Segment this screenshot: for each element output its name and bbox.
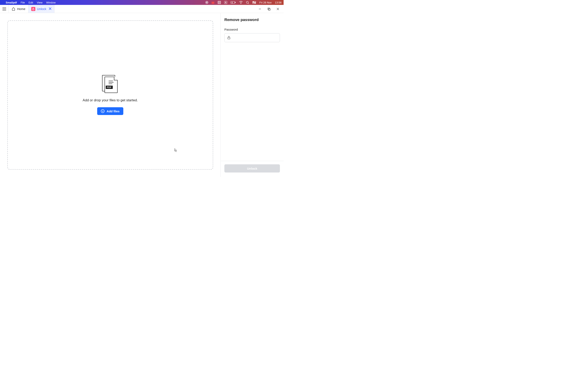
svg-rect-24 — [268, 8, 270, 10]
app-grid-icon[interactable] — [218, 1, 221, 4]
status-bars-icon[interactable]: ▮▮ — [212, 1, 214, 4]
home-icon — [11, 7, 16, 11]
add-files-label: Add files — [107, 109, 120, 113]
svg-rect-4 — [219, 2, 220, 2]
tab-unlock[interactable]: Unlock — [28, 5, 54, 13]
tab-home[interactable]: Home — [9, 5, 28, 13]
svg-point-13 — [253, 2, 254, 2]
svg-rect-19 — [33, 9, 34, 10]
tab-home-label: Home — [17, 7, 25, 11]
menu-window[interactable]: Window — [46, 1, 56, 4]
tab-unlock-label: Unlock — [37, 7, 46, 11]
main-area: PDF Add or drop your files to get starte… — [0, 13, 221, 177]
window-controls — [258, 5, 284, 13]
menu-edit[interactable]: Edit — [29, 1, 33, 4]
close-tab-icon[interactable] — [49, 7, 52, 11]
pdf-stack-icon: PDF — [102, 75, 118, 93]
add-files-button[interactable]: + Add files — [97, 107, 123, 115]
macos-menubar: Smallpdf File Edit View Window ▮▮ A Fri … — [0, 0, 284, 5]
svg-rect-8 — [235, 2, 235, 3]
svg-rect-5 — [218, 3, 219, 3]
unlock-tab-icon — [31, 7, 35, 11]
hamburger-menu-button[interactable] — [0, 5, 9, 13]
sidebar-footer: Unlock — [221, 161, 284, 177]
content: PDF Add or drop your files to get starte… — [0, 13, 284, 177]
dropzone[interactable]: PDF Add or drop your files to get starte… — [7, 20, 213, 170]
dropzone-message: Add or drop your files to get started. — [83, 98, 138, 102]
app-name[interactable]: Smallpdf — [6, 1, 17, 4]
svg-point-10 — [246, 1, 249, 3]
svg-rect-3 — [218, 2, 219, 2]
input-source-icon[interactable]: A — [224, 1, 227, 4]
svg-rect-28 — [228, 38, 230, 39]
menubar-time[interactable]: 13:56 — [275, 1, 282, 4]
menubar-right: ▮▮ A Fri 26 Nov 13:56 — [205, 1, 282, 4]
battery-icon[interactable] — [231, 1, 236, 4]
svg-point-15 — [255, 3, 255, 3]
tabbar: Home Unlock — [0, 5, 284, 13]
password-input-wrapper[interactable] — [224, 33, 280, 42]
password-label: Password — [224, 28, 280, 31]
pdf-badge: PDF — [106, 86, 113, 89]
maximize-button[interactable] — [267, 7, 270, 11]
sidebar-title: Remove password — [224, 17, 280, 22]
menubar-date[interactable]: Fri 26 Nov — [259, 1, 272, 4]
unlock-button[interactable]: Unlock — [224, 164, 280, 173]
svg-rect-6 — [219, 3, 220, 3]
control-center-icon[interactable] — [252, 1, 256, 4]
plus-circle-icon: + — [101, 109, 104, 113]
minimize-button[interactable] — [258, 7, 261, 11]
record-icon[interactable] — [205, 1, 208, 4]
password-field[interactable] — [233, 36, 277, 40]
close-window-button[interactable] — [276, 7, 279, 11]
lock-icon — [227, 36, 231, 40]
sidebar: Remove password Password Unlock — [221, 13, 284, 177]
menu-view[interactable]: View — [37, 1, 43, 4]
tabbar-spacer — [54, 5, 258, 13]
menubar-left: Smallpdf File Edit View Window — [2, 1, 56, 4]
spotlight-icon[interactable] — [246, 1, 249, 4]
svg-rect-1 — [206, 2, 207, 3]
svg-rect-7 — [231, 1, 235, 3]
menu-file[interactable]: File — [21, 1, 25, 4]
wifi-icon[interactable] — [239, 1, 243, 4]
sidebar-body: Remove password Password — [221, 13, 284, 161]
svg-point-9 — [241, 3, 241, 4]
svg-line-11 — [248, 3, 249, 4]
